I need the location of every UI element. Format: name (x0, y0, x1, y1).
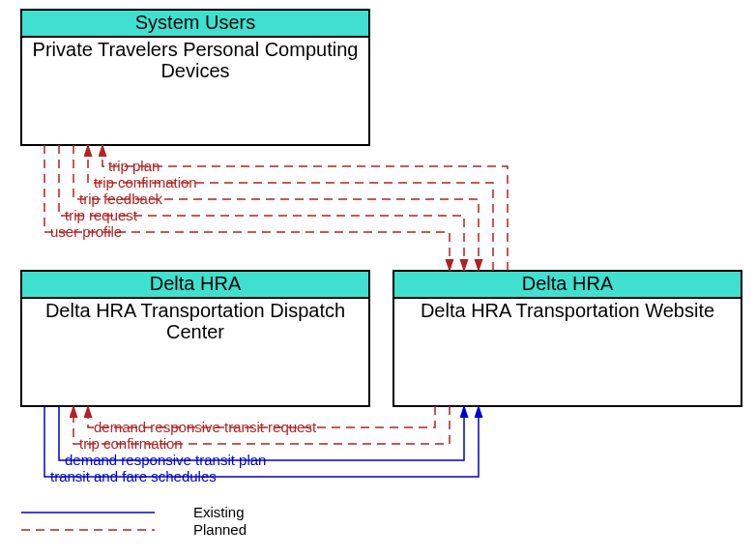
box-website-line1: Delta HRA Transportation Website (421, 300, 714, 321)
label-user-profile: user profile (50, 223, 122, 240)
flow-trip-plan (102, 145, 508, 271)
box-dispatch-header: Delta HRA (150, 273, 242, 294)
box-system-users-line2: Devices (160, 60, 229, 81)
box-system-users: System Users Private Travelers Personal … (21, 10, 369, 145)
diagram-canvas: System Users Private Travelers Personal … (0, 0, 756, 557)
label-trip-confirmation-bot: trip confirmation (79, 435, 183, 452)
legend: Existing Planned (21, 504, 247, 538)
label-demand-resp-plan: demand responsive transit plan (65, 452, 266, 468)
label-trip-plan: trip plan (108, 158, 160, 174)
box-system-users-header: System Users (135, 12, 255, 33)
box-website: Delta HRA Delta HRA Transportation Websi… (393, 271, 741, 406)
label-trip-request: trip request (65, 207, 138, 223)
label-demand-resp-req: demand responsive transit request (94, 419, 317, 435)
box-dispatch-line1: Delta HRA Transportation Dispatch (45, 300, 345, 321)
box-website-header: Delta HRA (522, 273, 614, 294)
box-dispatch-center: Delta HRA Delta HRA Transportation Dispa… (21, 271, 369, 406)
label-trip-feedback: trip feedback (79, 191, 162, 207)
label-trip-confirmation-top: trip confirmation (94, 174, 197, 191)
legend-planned-label: Planned (193, 521, 247, 538)
label-transit-fare: transit and fare schedules (50, 468, 217, 484)
box-system-users-line1: Private Travelers Personal Computing (33, 39, 359, 60)
box-dispatch-line2: Center (166, 321, 224, 342)
legend-existing-label: Existing (193, 504, 245, 520)
